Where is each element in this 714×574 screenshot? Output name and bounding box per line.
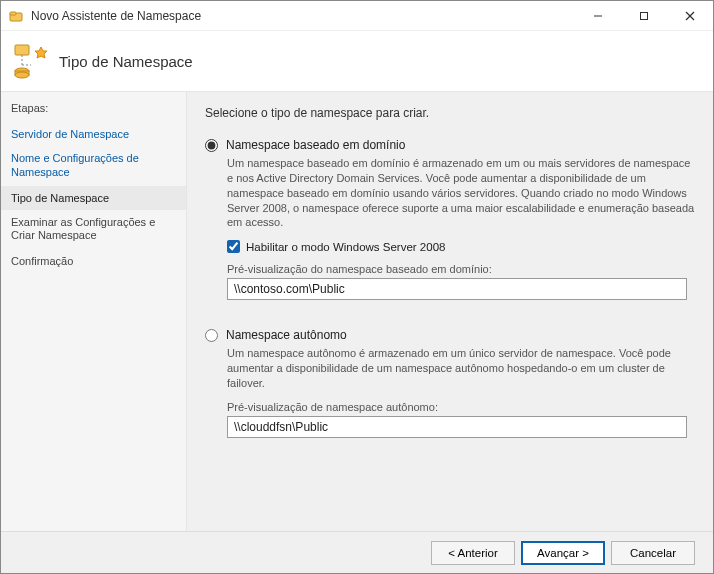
page-title: Tipo de Namespace — [59, 53, 193, 70]
svg-rect-1 — [10, 12, 16, 15]
namespace-new-icon — [11, 41, 51, 81]
close-button[interactable] — [667, 1, 713, 31]
domain-preview-label: Pré-visualização do namespace baseado em… — [227, 263, 695, 275]
instruction-text: Selecione o tipo de namespace para criar… — [205, 106, 695, 120]
standalone-description: Um namespace autônomo é armazenado em um… — [227, 346, 695, 391]
next-button[interactable]: Avançar > — [521, 541, 605, 565]
svg-rect-6 — [15, 45, 29, 55]
maximize-button[interactable] — [621, 1, 667, 31]
wizard-footer: < Anterior Avançar > Cancelar — [1, 531, 713, 573]
domain-preview-input[interactable] — [227, 278, 687, 300]
cancel-button[interactable]: Cancelar — [611, 541, 695, 565]
svg-point-11 — [15, 72, 29, 78]
checkbox-enable-2008-mode-label: Habilitar o modo Windows Server 2008 — [246, 241, 445, 253]
window-title: Novo Assistente de Namespace — [31, 9, 575, 23]
step-confirmation[interactable]: Confirmação — [1, 249, 186, 273]
enable-2008-mode-row[interactable]: Habilitar o modo Windows Server 2008 — [227, 240, 695, 253]
domain-based-description: Um namespace baseado em domínio é armaze… — [227, 156, 695, 230]
radio-standalone-label: Namespace autônomo — [226, 328, 347, 342]
svg-rect-3 — [641, 12, 648, 19]
checkbox-enable-2008-mode[interactable] — [227, 240, 240, 253]
radio-standalone[interactable] — [205, 329, 218, 342]
main-panel: Selecione o tipo de namespace para criar… — [187, 91, 713, 531]
minimize-button[interactable] — [575, 1, 621, 31]
radio-domain-based[interactable] — [205, 139, 218, 152]
steps-heading: Etapas: — [1, 96, 186, 122]
standalone-preview-input[interactable] — [227, 416, 687, 438]
step-namespace-type[interactable]: Tipo de Namespace — [1, 186, 186, 210]
back-button[interactable]: < Anterior — [431, 541, 515, 565]
steps-sidebar: Etapas: Servidor de Namespace Nome e Con… — [1, 91, 187, 531]
step-review-create[interactable]: Examinar as Configurações e Criar Namesp… — [1, 210, 186, 250]
option-domain-based[interactable]: Namespace baseado em domínio — [205, 138, 695, 152]
titlebar: Novo Assistente de Namespace — [1, 1, 713, 31]
radio-domain-based-label: Namespace baseado em domínio — [226, 138, 405, 152]
folder-wizard-icon — [9, 8, 25, 24]
wizard-header: Tipo de Namespace — [1, 31, 713, 91]
step-namespace-server[interactable]: Servidor de Namespace — [1, 122, 186, 146]
standalone-preview-label: Pré-visualização de namespace autônomo: — [227, 401, 695, 413]
step-name-settings[interactable]: Nome e Configurações de Namespace — [1, 146, 186, 186]
option-standalone[interactable]: Namespace autônomo — [205, 328, 695, 342]
window-controls — [575, 1, 713, 31]
